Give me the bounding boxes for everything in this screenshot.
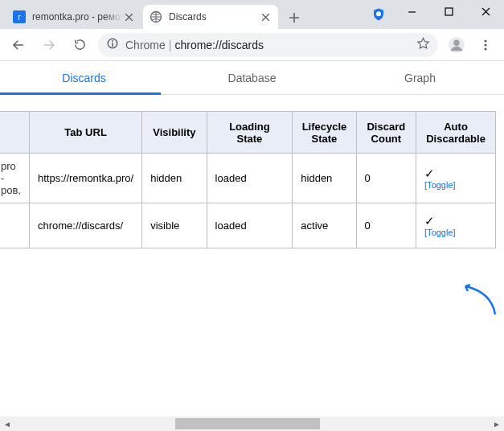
cell-discard-count: 0: [356, 154, 416, 203]
cell-auto-discardable: ✓ [Toggle]: [416, 203, 496, 248]
cell-tab-url: chrome://discards/: [29, 203, 141, 248]
cell-auto-discardable: ✓ [Toggle]: [416, 154, 496, 203]
kebab-menu-icon[interactable]: [473, 33, 498, 57]
cell-visibility: hidden: [142, 154, 207, 203]
shield-icon[interactable]: [371, 6, 387, 23]
address-scheme-label: Chrome: [125, 39, 166, 51]
header-lifecycle-state[interactable]: Lifecycle State: [293, 112, 356, 154]
svg-point-3: [376, 11, 381, 16]
cell-tab-url: https://remontka.pro/: [29, 154, 141, 203]
svg-point-11: [484, 39, 486, 42]
svg-text:r: r: [18, 12, 21, 22]
scroll-left-arrow-icon[interactable]: ◄: [0, 420, 14, 429]
header-visibility[interactable]: Visibility: [142, 112, 207, 154]
svg-point-13: [484, 47, 486, 50]
globe-icon: [150, 10, 162, 23]
svg-point-12: [484, 43, 486, 46]
table-header-row: Tab URL Visibility Loading State Lifecyc…: [0, 112, 496, 154]
check-icon: ✓: [424, 166, 435, 180]
cell-loading-state: loaded: [207, 203, 293, 248]
header-tab-url[interactable]: Tab URL: [29, 112, 141, 154]
toggle-link[interactable]: [Toggle]: [424, 180, 487, 190]
scrollbar-thumb[interactable]: [175, 418, 320, 429]
window-controls: [393, 0, 504, 23]
favicon-remontka: r: [13, 10, 26, 23]
header-auto-discardable[interactable]: Auto Discardable: [416, 112, 496, 154]
tab-database[interactable]: Database: [168, 61, 336, 94]
cell-lifecycle-state: hidden: [293, 154, 356, 203]
cell-visibility: visible: [142, 203, 207, 248]
svg-rect-4: [445, 8, 453, 15]
cell-loading-state: loaded: [207, 154, 293, 203]
tab-graph[interactable]: Graph: [336, 61, 504, 94]
page-tabs: Discards Database Graph: [0, 61, 504, 95]
browser-tab-title: Discards: [169, 11, 259, 23]
profile-avatar-icon[interactable]: [445, 33, 469, 57]
minimize-button[interactable]: [393, 0, 430, 23]
header-discard-count[interactable]: Discard Count: [356, 112, 416, 154]
address-text: Chrome|chrome://discards: [125, 39, 264, 51]
site-info-icon[interactable]: [106, 37, 119, 52]
browser-toolbar: Chrome|chrome://discards: [0, 29, 504, 61]
maximize-button[interactable]: [430, 0, 467, 23]
svg-point-10: [453, 39, 459, 45]
bookmark-star-icon[interactable]: [416, 37, 430, 53]
cell-stub: pro - ров,: [0, 154, 29, 203]
table-row: chrome://discards/ visible loaded active…: [0, 203, 496, 248]
svg-rect-8: [112, 43, 113, 47]
header-stub: [0, 112, 29, 154]
close-icon[interactable]: [122, 10, 135, 23]
discards-table-container: Tab URL Visibility Loading State Lifecyc…: [0, 95, 504, 415]
table-row: pro - ров, https://remontka.pro/ hidden …: [0, 154, 496, 203]
close-icon[interactable]: [259, 10, 272, 23]
cell-discard-count: 0: [356, 203, 416, 248]
browser-tab-discards[interactable]: Discards: [143, 5, 278, 29]
reload-button[interactable]: [68, 33, 92, 57]
cell-lifecycle-state: active: [293, 203, 356, 248]
discards-table: Tab URL Visibility Loading State Lifecyc…: [0, 111, 496, 248]
annotation-arrow: [459, 284, 499, 316]
header-loading-state[interactable]: Loading State: [207, 112, 293, 154]
new-tab-button[interactable]: [283, 6, 305, 29]
check-icon: ✓: [424, 214, 435, 228]
horizontal-scrollbar[interactable]: ◄ ►: [0, 417, 504, 431]
address-url: chrome://discards: [174, 39, 263, 51]
close-window-button[interactable]: [467, 0, 504, 23]
browser-tab-title: remontka.pro - ремон: [32, 11, 122, 23]
address-bar[interactable]: Chrome|chrome://discards: [98, 33, 438, 57]
browser-titlebar: r remontka.pro - ремон Discards: [0, 0, 504, 29]
back-button[interactable]: [6, 33, 31, 57]
tab-discards[interactable]: Discards: [0, 61, 168, 94]
scrollbar-track[interactable]: [14, 417, 490, 431]
svg-point-7: [112, 40, 113, 42]
toggle-link[interactable]: [Toggle]: [424, 228, 487, 237]
forward-button[interactable]: [37, 33, 61, 57]
browser-tab-remontka[interactable]: r remontka.pro - ремон: [6, 5, 141, 29]
scroll-right-arrow-icon[interactable]: ►: [490, 420, 504, 429]
cell-stub: [0, 203, 29, 248]
